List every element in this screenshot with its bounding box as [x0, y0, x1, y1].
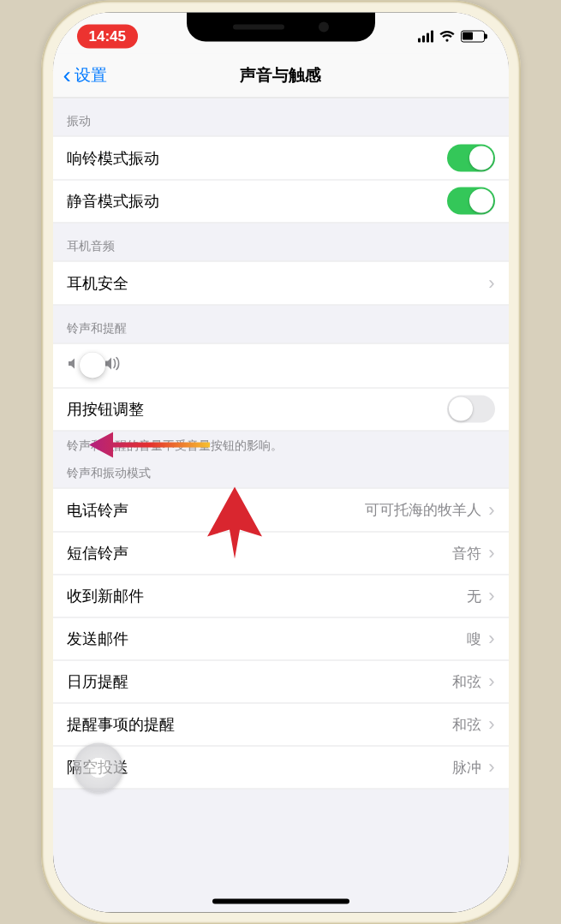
battery-icon [461, 30, 485, 42]
group-vibrate: 响铃模式振动 静音模式振动 [53, 135, 509, 223]
front-camera [319, 21, 329, 32]
chevron-right-icon: › [488, 628, 494, 650]
row-label: 静音模式振动 [67, 191, 447, 212]
row-label: 响铃模式振动 [67, 147, 447, 168]
row-silent-vibrate[interactable]: 静音模式振动 [53, 179, 509, 222]
section-header-vibrate: 振动 [53, 98, 509, 135]
row-volume-slider [53, 343, 509, 387]
row-value: 和弦 [452, 714, 481, 734]
row-label: 电话铃声 [67, 499, 366, 520]
section-header-headphone: 耳机音频 [53, 223, 509, 260]
status-icons [418, 30, 485, 42]
row-value: 脉冲 [452, 757, 481, 777]
chevron-right-icon: › [488, 542, 494, 564]
chevron-right-icon: › [488, 271, 494, 294]
volume-high-icon [104, 355, 123, 375]
row-sent-mail[interactable]: 发送邮件 嗖 › [53, 617, 509, 659]
chevron-right-icon: › [488, 756, 494, 778]
row-label: 隔空投送 [67, 757, 453, 778]
row-label: 短信铃声 [67, 543, 453, 563]
group-sounds: 电话铃声 可可托海的牧羊人 › 短信铃声 音符 › 收到新邮件 无 › [53, 487, 509, 789]
ringer-footer: 铃声和提醒的音量不受音量按钮的影响。 [53, 431, 509, 456]
row-value: 和弦 [452, 671, 481, 691]
row-new-mail[interactable]: 收到新邮件 无 › [53, 574, 509, 617]
toggle-silent-vibrate[interactable] [447, 188, 495, 215]
row-calendar-alert[interactable]: 日历提醒 和弦 › [53, 659, 509, 702]
notch [187, 12, 375, 41]
chevron-right-icon: › [488, 713, 494, 736]
group-headphone: 耳机安全 › [53, 260, 509, 305]
row-label: 用按钮调整 [67, 399, 447, 420]
settings-list[interactable]: 振动 响铃模式振动 静音模式振动 耳机音频 耳机安全 › [53, 98, 509, 912]
earpiece [233, 24, 284, 29]
row-reminder-alert[interactable]: 提醒事项的提醒 和弦 › [53, 702, 509, 745]
toggle-ring-vibrate[interactable] [447, 144, 495, 171]
row-change-with-buttons[interactable]: 用按钮调整 [53, 387, 509, 430]
screen: 14:45 ‹ 设置 声音与触感 [53, 12, 509, 912]
status-time-recording[interactable]: 14:45 [77, 24, 138, 48]
row-ring-vibrate[interactable]: 响铃模式振动 [53, 136, 509, 179]
chevron-right-icon: › [488, 671, 494, 693]
cellular-signal-icon [418, 30, 433, 42]
row-text-tone[interactable]: 短信铃声 音符 › [53, 531, 509, 574]
section-header-ringer: 铃声和提醒 [53, 305, 509, 343]
phone-bezel: 14:45 ‹ 设置 声音与触感 [53, 12, 509, 912]
chevron-right-icon: › [488, 498, 494, 521]
volume-slider[interactable] [67, 355, 123, 375]
volume-low-icon [67, 356, 81, 374]
home-indicator[interactable] [212, 898, 349, 903]
row-label: 发送邮件 [67, 629, 468, 649]
row-label: 日历提醒 [67, 671, 453, 692]
assistive-touch-button[interactable] [74, 742, 123, 792]
row-value: 嗖 [467, 629, 481, 648]
slider-thumb[interactable] [80, 353, 105, 379]
row-label: 收到新邮件 [67, 586, 468, 606]
row-value: 音符 [452, 543, 481, 563]
row-value: 无 [467, 586, 481, 605]
chevron-right-icon: › [488, 585, 494, 607]
page-title: 声音与触感 [53, 64, 509, 86]
row-value: 可可托海的牧羊人 [365, 500, 481, 520]
wifi-icon [439, 30, 455, 42]
toggle-change-with-buttons[interactable] [447, 396, 495, 423]
row-ringtone[interactable]: 电话铃声 可可托海的牧羊人 › [53, 488, 509, 531]
section-header-sounds: 铃声和振动模式 [53, 456, 509, 487]
group-ringer: 用按钮调整 [53, 343, 509, 431]
nav-bar: ‹ 设置 声音与触感 [53, 53, 509, 98]
row-headphone-safety[interactable]: 耳机安全 › [53, 261, 509, 304]
phone-frame: 14:45 ‹ 设置 声音与触感 [41, 0, 521, 924]
row-label: 耳机安全 [67, 272, 489, 293]
row-label: 提醒事项的提醒 [67, 714, 453, 735]
